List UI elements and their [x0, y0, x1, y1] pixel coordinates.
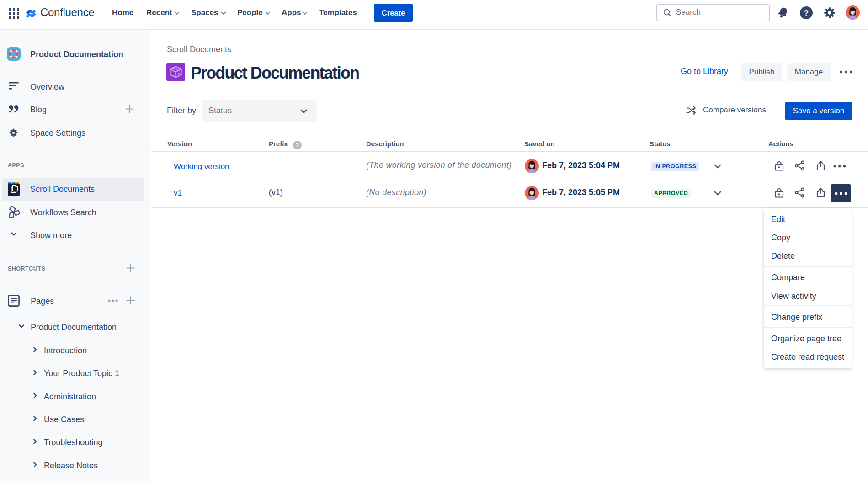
svg-text:?: ?	[296, 142, 299, 149]
svg-text:?: ?	[804, 9, 809, 17]
